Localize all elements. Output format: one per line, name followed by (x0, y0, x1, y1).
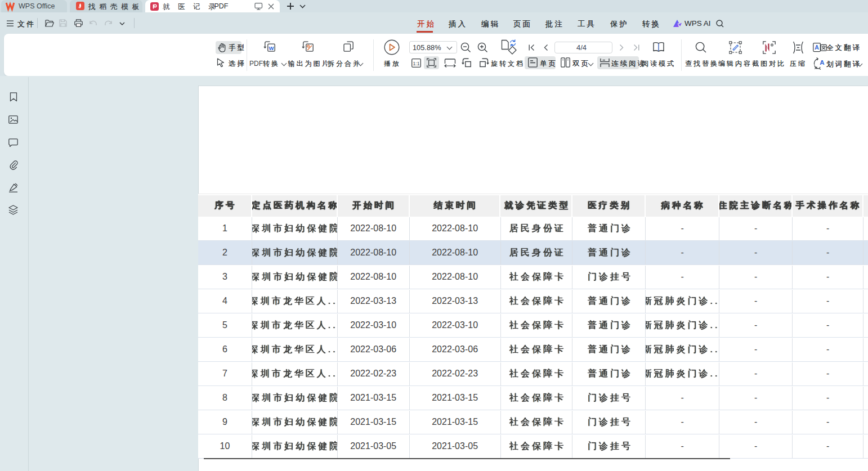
svg-text:1:1: 1:1 (413, 61, 420, 66)
svg-text:A: A (815, 44, 819, 51)
svg-text:A: A (820, 59, 824, 66)
svg-text:W: W (269, 45, 274, 51)
